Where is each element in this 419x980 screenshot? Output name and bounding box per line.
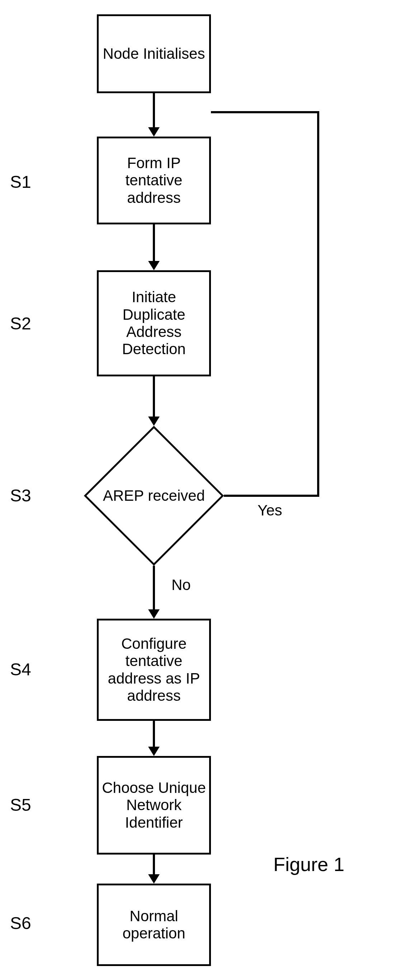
form-ip-text: Form IP tentative address <box>101 154 207 207</box>
arrow-2-3 <box>153 376 155 417</box>
s5-label: S5 <box>10 795 31 815</box>
arrow-1-2 <box>153 224 155 261</box>
arrowhead-5-6 <box>148 874 159 884</box>
s2-label: S2 <box>10 313 31 333</box>
arrowhead-3-4 <box>148 609 159 619</box>
node-initialises-text: Node Initialises <box>103 45 205 62</box>
flowchart-page: Node Initialises Form IP tentative addre… <box>0 0 419 980</box>
arrow-0-1 <box>153 93 155 127</box>
yes-label: Yes <box>258 502 282 519</box>
choose-uni-text: Choose Unique Network Identifier <box>101 779 207 831</box>
arrowhead-0-1 <box>148 127 159 137</box>
no-label: No <box>172 576 191 593</box>
normal-operation-text: Normal operation <box>101 908 207 942</box>
yes-h1 <box>224 495 319 497</box>
arrow-5-6 <box>153 854 155 874</box>
node-initialises-box: Node Initialises <box>97 14 211 93</box>
s1-label: S1 <box>10 172 31 192</box>
arrow-3-4 <box>153 566 155 609</box>
arrowhead-4-5 <box>148 747 159 756</box>
yes-h2 <box>211 111 319 113</box>
configure-address-box: Configure tentative address as IP addres… <box>97 619 211 721</box>
initiate-dad-text: Initiate Duplicate Address Detection <box>101 288 207 358</box>
arep-decision: AREP received <box>84 426 224 566</box>
arrow-4-5 <box>153 721 155 747</box>
yes-v <box>317 111 319 497</box>
normal-operation-box: Normal operation <box>97 884 211 966</box>
arrowhead-2-3 <box>148 417 159 426</box>
initiate-dad-box: Initiate Duplicate Address Detection <box>97 270 211 376</box>
s6-label: S6 <box>10 913 31 933</box>
arep-decision-text: AREP received <box>84 426 224 566</box>
configure-address-text: Configure tentative address as IP addres… <box>101 635 207 704</box>
figure-title: Figure 1 <box>273 853 344 875</box>
s3-label: S3 <box>10 486 31 506</box>
s4-label: S4 <box>10 660 31 679</box>
form-ip-box: Form IP tentative address <box>97 137 211 224</box>
choose-uni-box: Choose Unique Network Identifier <box>97 756 211 854</box>
arrowhead-1-2 <box>148 261 159 270</box>
